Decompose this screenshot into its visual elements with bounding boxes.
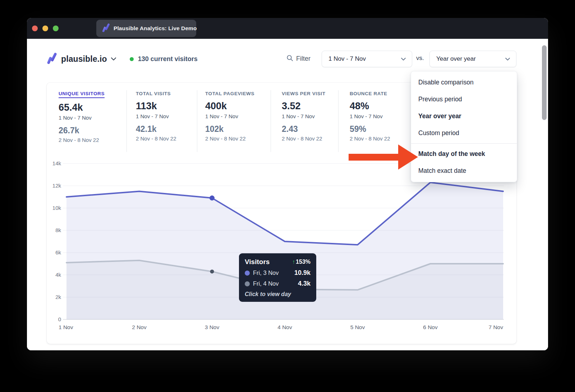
metric-prev-value: 26.7k	[59, 126, 126, 135]
metric-prev-value: 102k	[205, 124, 271, 134]
metric-total-visits[interactable]: TOTAL VISITS 113k 1 Nov - 7 Nov 42.1k 2 …	[126, 90, 197, 152]
metric-period: 1 Nov - 7 Nov	[136, 113, 197, 119]
metric-value: 3.52	[282, 101, 338, 111]
tooltip-value: 10.9k	[294, 269, 310, 277]
metric-label: TOTAL PAGEVIEWS	[205, 91, 254, 96]
chevron-down-icon	[505, 56, 510, 62]
live-visitors-dot	[130, 57, 134, 61]
tooltip-row-compare: Fri, 4 Nov 4.3k	[245, 280, 310, 287]
metric-unique-visitors[interactable]: UNIQUE VISITORS 65.4k 1 Nov - 7 Nov 26.7…	[47, 90, 126, 152]
date-range-dropdown[interactable]: 1 Nov - 7 Nov	[322, 51, 412, 67]
annotation-arrow	[349, 154, 399, 161]
metric-views-per-visit[interactable]: VIEWS PER VISIT 3.52 1 Nov - 7 Nov 2.43 …	[271, 90, 338, 152]
menu-item-custom-period[interactable]: Custom period	[411, 125, 517, 142]
metric-value: 113k	[136, 101, 197, 111]
tooltip-title: Visitors	[245, 258, 270, 266]
metric-prev-period: 2 Nov - 8 Nov 22	[205, 135, 271, 142]
browser-tab[interactable]: Plausible Analytics: Live Demo	[96, 20, 196, 37]
series-dot-compare	[245, 281, 250, 286]
search-icon	[286, 55, 293, 63]
metric-period: 1 Nov - 7 Nov	[205, 113, 271, 119]
site-switcher-chevron-down-icon[interactable]	[111, 56, 116, 62]
zoom-window-button[interactable]	[53, 26, 59, 31]
menu-divider	[411, 143, 517, 144]
metric-label: UNIQUE VISITORS	[59, 91, 105, 98]
tab-title: Plausible Analytics: Live Demo	[114, 25, 197, 32]
menu-item-year-over-year[interactable]: Year over year	[411, 108, 517, 125]
metric-prev-period: 2 Nov - 8 Nov 22	[282, 135, 338, 142]
date-range-value: 1 Nov - 7 Nov	[328, 55, 366, 63]
filter-label: Filter	[296, 55, 310, 63]
metric-period: 1 Nov - 7 Nov	[282, 113, 338, 119]
tooltip-value: 4.3k	[298, 280, 310, 287]
tooltip-date: Fri, 3 Nov	[253, 269, 279, 276]
metric-prev-value: 2.43	[282, 124, 338, 134]
menu-item-previous-period[interactable]: Previous period	[411, 91, 517, 108]
dashboard-content: plausible.io 130 current visitors Filter…	[27, 39, 548, 350]
browser-window: Plausible Analytics: Live Demo plausible…	[27, 18, 548, 350]
close-window-button[interactable]	[32, 26, 38, 31]
chart-tooltip: Visitors ↑153% Fri, 3 Nov 10.9k Fri, 4 N…	[239, 253, 316, 302]
menu-item-disable-comparison[interactable]: Disable comparison	[411, 74, 517, 91]
comparison-menu: Disable comparison Previous period Year …	[411, 71, 517, 182]
filter-button[interactable]: Filter	[286, 55, 310, 63]
current-visitors-count[interactable]: 130 current visitors	[138, 55, 198, 63]
site-name[interactable]: plausible.io	[61, 54, 107, 64]
metric-prev-value: 42.1k	[136, 124, 197, 134]
comparison-dropdown[interactable]: Year over year	[429, 51, 516, 67]
series-dot-current	[245, 271, 250, 276]
scrollbar-thumb[interactable]	[542, 45, 547, 120]
desktop-background: Plausible Analytics: Live Demo plausible…	[0, 0, 575, 392]
tooltip-date: Fri, 4 Nov	[253, 280, 279, 287]
metric-prev-period: 2 Nov - 8 Nov 22	[136, 135, 197, 142]
menu-item-match-day-of-week[interactable]: Match day of the week	[411, 146, 517, 162]
browser-titlebar: Plausible Analytics: Live Demo	[27, 18, 548, 39]
tooltip-row-current: Fri, 3 Nov 10.9k	[245, 269, 310, 277]
metric-label: TOTAL VISITS	[136, 91, 171, 96]
plausible-favicon-icon	[102, 23, 110, 33]
vs-label: vs.	[416, 55, 424, 62]
metric-label: VIEWS PER VISIT	[282, 91, 326, 96]
metric-label: BOUNCE RATE	[350, 91, 387, 96]
comparison-value: Year over year	[436, 55, 476, 63]
metric-value: 400k	[205, 101, 271, 111]
metric-prev-period: 2 Nov - 8 Nov 22	[59, 137, 126, 143]
plausible-logo-icon	[47, 52, 57, 65]
metric-total-pageviews[interactable]: TOTAL PAGEVIEWS 400k 1 Nov - 7 Nov 102k …	[197, 90, 271, 152]
tooltip-hint: Click to view day	[245, 291, 310, 298]
metric-period: 1 Nov - 7 Nov	[59, 115, 126, 121]
up-arrow-icon: ↑	[292, 259, 295, 265]
menu-item-match-exact-date[interactable]: Match exact date	[411, 162, 517, 179]
metric-value: 65.4k	[59, 102, 126, 113]
traffic-lights	[32, 26, 59, 31]
tooltip-change: ↑153%	[292, 259, 310, 265]
chevron-down-icon	[401, 56, 406, 62]
minimize-window-button[interactable]	[42, 26, 48, 31]
annotation-arrow-head-icon	[398, 144, 418, 170]
